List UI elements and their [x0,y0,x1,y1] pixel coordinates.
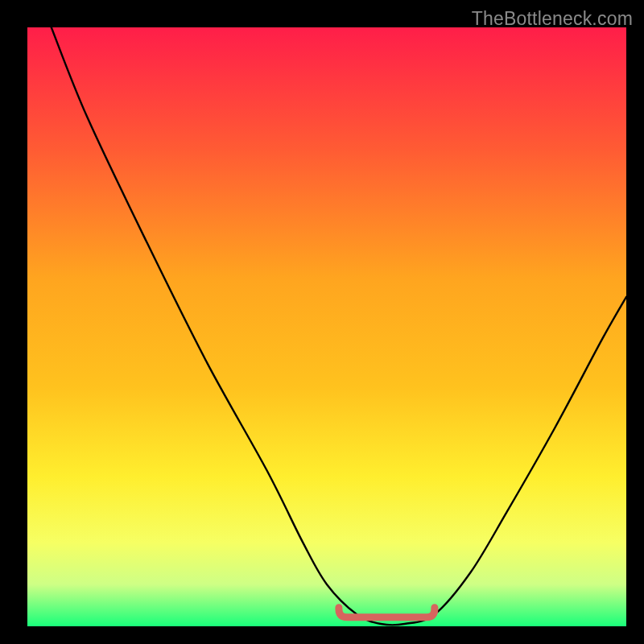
watermark-text: TheBottleneck.com [472,8,633,30]
chart-frame: TheBottleneck.com [0,0,644,644]
plot-area [27,27,626,626]
chart-canvas [27,27,626,626]
gradient-background [27,27,626,626]
